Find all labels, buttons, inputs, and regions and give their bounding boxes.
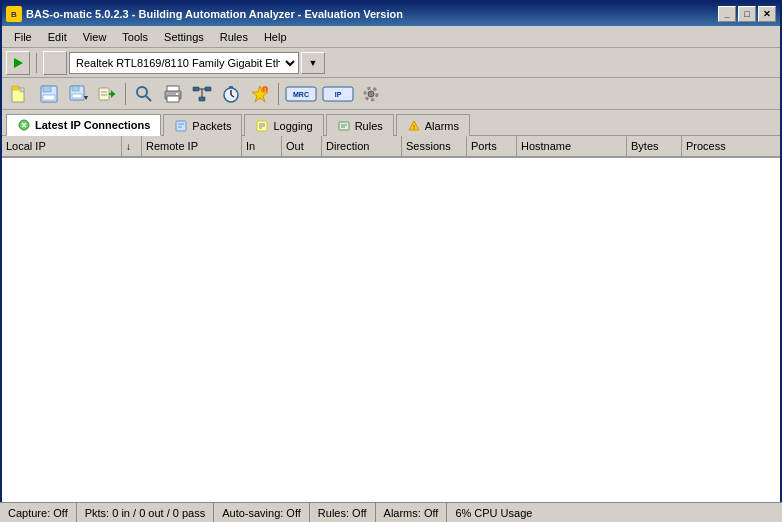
svg-marker-12 [84, 96, 88, 100]
tab-rules[interactable]: Rules [326, 114, 394, 136]
tab-rules-label: Rules [355, 120, 383, 132]
column-headers: Local IP ↓ Remote IP In Out Direction Se… [2, 136, 780, 158]
status-bar: Capture: Off Pkts: 0 in / 0 out / 0 pass… [0, 502, 782, 522]
window-controls: _ □ ✕ [718, 6, 776, 22]
title-bar: B BAS-o-matic 5.0.2.3 - Building Automat… [2, 2, 780, 26]
nic-dropdown-arrow[interactable]: ▼ [301, 52, 325, 74]
tab-packets-icon [174, 119, 188, 133]
close-button[interactable]: ✕ [758, 6, 776, 22]
tab-latest-ip-icon [17, 118, 31, 132]
col-header-process[interactable]: Process [682, 136, 780, 156]
rules-star-button[interactable]: ! [246, 81, 274, 107]
svg-rect-32 [229, 86, 233, 88]
capture-toolbar: Realtek RTL8169/8110 Family Gigabit Ethe… [2, 48, 780, 78]
svg-rect-22 [167, 96, 179, 102]
svg-point-40 [368, 91, 374, 97]
svg-rect-10 [72, 86, 79, 91]
menu-edit[interactable]: Edit [40, 29, 75, 45]
tab-alarms-label: Alarms [425, 120, 459, 132]
svg-text:IP: IP [335, 91, 342, 98]
data-table [2, 158, 780, 520]
col-header-sort[interactable]: ↓ [122, 136, 142, 156]
nic-selector[interactable]: Realtek RTL8169/8110 Family Gigabit Ethe… [69, 52, 299, 74]
col-header-ports[interactable]: Ports [467, 136, 517, 156]
menu-rules[interactable]: Rules [212, 29, 256, 45]
svg-rect-23 [176, 93, 178, 95]
svg-text:!: ! [413, 124, 415, 130]
col-header-in[interactable]: In [242, 136, 282, 156]
svg-rect-45 [176, 121, 186, 131]
import-button[interactable] [93, 81, 121, 107]
svg-rect-13 [99, 88, 109, 100]
mrc-button[interactable]: MRC [283, 81, 319, 107]
col-header-hostname[interactable]: Hostname [517, 136, 627, 156]
tab-latest-ip[interactable]: Latest IP Connections [6, 114, 161, 136]
search-button[interactable] [130, 81, 158, 107]
play-button[interactable] [6, 51, 30, 75]
col-header-bytes[interactable]: Bytes [627, 136, 682, 156]
col-header-remote-ip[interactable]: Remote IP [142, 136, 242, 156]
menu-bar: File Edit View Tools Settings Rules Help [2, 26, 780, 48]
svg-text:MRC: MRC [293, 91, 309, 98]
svg-line-19 [146, 96, 151, 101]
status-alarms: Alarms: Off [376, 503, 448, 522]
menu-help[interactable]: Help [256, 29, 295, 45]
maximize-button[interactable]: □ [738, 6, 756, 22]
status-rules: Rules: Off [310, 503, 376, 522]
svg-point-18 [137, 87, 147, 97]
col-header-sessions[interactable]: Sessions [402, 136, 467, 156]
tab-rules-icon [337, 119, 351, 133]
tab-packets-label: Packets [192, 120, 231, 132]
status-packets: Pkts: 0 in / 0 out / 0 pass [77, 503, 214, 522]
tab-logging-label: Logging [273, 120, 312, 132]
tab-logging[interactable]: Logging [244, 114, 323, 136]
save-button[interactable] [35, 81, 63, 107]
network-map-button[interactable] [188, 81, 216, 107]
svg-rect-26 [199, 97, 205, 101]
tab-bar: Latest IP Connections Packets [2, 110, 780, 136]
status-capture: Capture: Off [0, 503, 77, 522]
col-header-local-ip[interactable]: Local IP [2, 136, 122, 156]
svg-text:B: B [11, 10, 17, 19]
svg-rect-52 [339, 122, 349, 130]
app-icon: B [6, 6, 22, 22]
status-autosaving: Auto-saving: Off [214, 503, 310, 522]
svg-rect-25 [205, 87, 211, 91]
tool-separator-1 [125, 83, 126, 105]
menu-view[interactable]: View [75, 29, 115, 45]
svg-rect-5 [12, 86, 19, 90]
tab-packets[interactable]: Packets [163, 114, 242, 136]
tab-alarms-icon: ! [407, 119, 421, 133]
timer-button[interactable] [217, 81, 245, 107]
svg-rect-8 [43, 95, 55, 100]
title-bar-left: B BAS-o-matic 5.0.2.3 - Building Automat… [6, 6, 403, 22]
toolbar-separator-1 [36, 53, 37, 73]
tab-latest-ip-label: Latest IP Connections [35, 119, 150, 131]
open-file-button[interactable] [6, 81, 34, 107]
nic-dropdown-button [43, 51, 67, 75]
menu-file[interactable]: File [6, 29, 40, 45]
col-header-direction[interactable]: Direction [322, 136, 402, 156]
svg-rect-7 [43, 86, 51, 92]
save-dropdown-button[interactable] [64, 81, 92, 107]
status-cpu: 6% CPU Usage [447, 503, 782, 522]
print-button[interactable] [159, 81, 187, 107]
svg-rect-11 [72, 94, 82, 98]
tool-toolbar: ! MRC IP [2, 78, 780, 110]
svg-marker-2 [14, 58, 23, 68]
menu-tools[interactable]: Tools [114, 29, 156, 45]
tab-alarms[interactable]: ! Alarms [396, 114, 470, 136]
ip-button[interactable]: IP [320, 81, 356, 107]
col-header-out[interactable]: Out [282, 136, 322, 156]
menu-settings[interactable]: Settings [156, 29, 212, 45]
tab-logging-icon [255, 119, 269, 133]
settings-button[interactable] [357, 81, 385, 107]
app-window: B BAS-o-matic 5.0.2.3 - Building Automat… [0, 0, 782, 522]
window-title: BAS-o-matic 5.0.2.3 - Building Automatio… [26, 8, 403, 20]
tool-separator-2 [278, 83, 279, 105]
minimize-button[interactable]: _ [718, 6, 736, 22]
svg-rect-24 [193, 87, 199, 91]
